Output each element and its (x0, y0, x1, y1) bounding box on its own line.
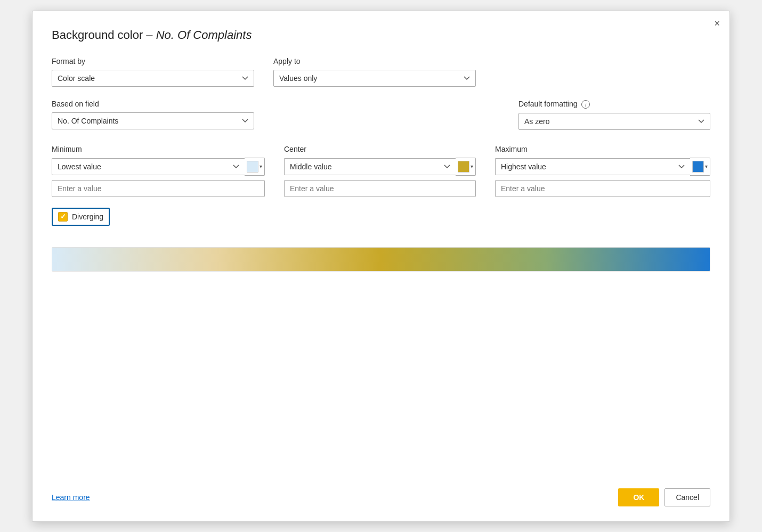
format-apply-row: Format by Color scale Apply to Values on… (52, 57, 710, 87)
format-by-label: Format by (52, 57, 254, 66)
maximum-value-input[interactable] (495, 180, 710, 197)
minimum-color-arrow: ▾ (260, 163, 262, 169)
minimum-col: Minimum Lowest value ▾ (52, 145, 265, 197)
diverging-label: Diverging (72, 212, 103, 221)
center-select-row: Middle value ▾ (284, 158, 476, 176)
scale-row: Minimum Lowest value ▾ Center (52, 145, 710, 197)
apply-to-col: Apply to Values only (273, 57, 476, 87)
gradient-bar (52, 247, 710, 272)
format-by-select[interactable]: Color scale (52, 70, 254, 87)
diverging-row: Diverging (52, 208, 110, 226)
based-on-field-label: Based on field (52, 100, 254, 108)
maximum-color-btn[interactable]: ▾ (690, 158, 710, 176)
default-formatting-label: Default formatting i (518, 100, 710, 109)
minimum-value-input[interactable] (52, 180, 265, 197)
close-button[interactable]: × (714, 19, 720, 28)
minimum-color-btn[interactable]: ▾ (245, 158, 265, 176)
maximum-col: Maximum Highest value ▾ (495, 145, 710, 197)
based-on-field-select[interactable]: No. Of Complaints (52, 112, 254, 129)
minimum-select[interactable]: Lowest value (52, 158, 245, 175)
maximum-color-arrow: ▾ (705, 163, 708, 169)
apply-to-label: Apply to (273, 57, 476, 66)
center-color-arrow: ▾ (471, 163, 473, 169)
maximum-label: Maximum (495, 145, 710, 153)
learn-more-link[interactable]: Learn more (52, 493, 90, 502)
minimum-label: Minimum (52, 145, 265, 153)
maximum-select-wrapper: Highest value (495, 158, 690, 175)
footer: Learn more OK Cancel (52, 478, 710, 506)
maximum-select[interactable]: Highest value (495, 158, 690, 175)
center-color-btn[interactable]: ▾ (456, 158, 476, 176)
apply-to-select[interactable]: Values only (273, 70, 476, 87)
dialog-title: Background color – No. Of Complaints (52, 28, 710, 42)
default-formatting-col: Default formatting i As zero (518, 100, 710, 130)
center-select[interactable]: Middle value (284, 158, 456, 175)
maximum-color-swatch (692, 161, 704, 173)
ok-button[interactable]: OK (618, 488, 659, 506)
center-color-swatch (458, 161, 469, 173)
default-formatting-select[interactable]: As zero (518, 113, 710, 130)
center-select-wrapper: Middle value (284, 158, 456, 175)
based-on-field-col: Based on field No. Of Complaints (52, 100, 254, 129)
center-col: Center Middle value ▾ (284, 145, 476, 197)
minimum-color-swatch (247, 161, 258, 173)
format-by-col: Format by Color scale (52, 57, 254, 87)
background-color-dialog: × Background color – No. Of Complaints F… (32, 11, 730, 522)
maximum-select-row: Highest value ▾ (495, 158, 710, 176)
center-label: Center (284, 145, 476, 153)
info-icon[interactable]: i (581, 100, 590, 109)
diverging-checkbox[interactable] (58, 212, 68, 222)
minimum-select-wrapper: Lowest value (52, 158, 245, 175)
cancel-button[interactable]: Cancel (664, 488, 710, 506)
footer-buttons: OK Cancel (618, 488, 710, 506)
center-value-input[interactable] (284, 180, 476, 197)
minimum-select-row: Lowest value ▾ (52, 158, 265, 176)
